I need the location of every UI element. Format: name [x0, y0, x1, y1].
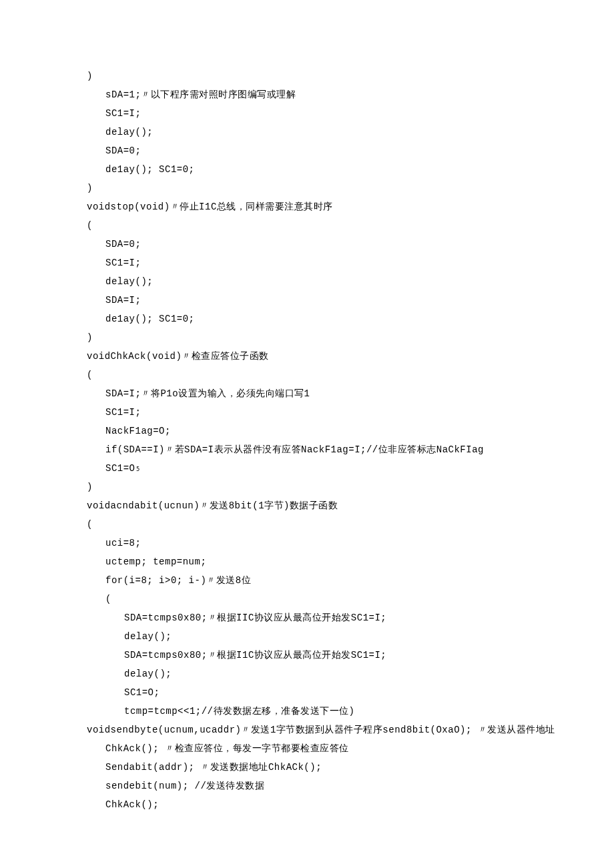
code-line: sDA=1;〃以下程序需对照时序图编写或理解: [87, 85, 527, 104]
code-line: uci=8;: [87, 534, 527, 552]
code-document: ) sDA=1;〃以下程序需对照时序图编写或理解 SC1=I; delay();…: [0, 0, 614, 868]
code-line: Sendabit(addr); 〃发送数据地址ChkACk();: [87, 758, 527, 777]
code-line: SC1=O₅: [87, 459, 527, 478]
code-line: de1ay(); SC1=0;: [87, 160, 527, 179]
code-line: delay();: [87, 665, 527, 683]
code-line: voidsendbyte(ucnum,ucaddr)〃发送1字节数据到从器件子程…: [87, 721, 527, 739]
code-line: SDA=0;: [87, 141, 527, 160]
code-line: ChkAck();: [87, 795, 527, 814]
code-line: (: [87, 590, 527, 608]
code-line: SC1=O;: [87, 683, 527, 702]
code-line: voidChkAck(void)〃检查应答位子函数: [87, 347, 527, 366]
code-line: SDA=tcmps0x80;〃根据IIC协议应从最高位开始发SC1=I;: [87, 608, 527, 627]
code-line: uctemp; temp=num;: [87, 552, 527, 571]
code-line: de1ay(); SC1=0;: [87, 310, 527, 328]
code-line: ): [87, 478, 527, 496]
code-line: delay();: [87, 123, 527, 141]
code-line: ): [87, 67, 527, 85]
code-line: voidstop(void)〃停止I1C总线，同样需要注意其时序: [87, 197, 527, 216]
code-line: (: [87, 216, 527, 235]
code-line: ChkAck(); 〃检查应答位，每发一字节都要检查应答位: [87, 739, 527, 758]
code-line: tcmp=tcmp<<1;//待发数据左移，准备发送下一位): [87, 702, 527, 721]
code-line: voidacndabit(ucnun)〃发送8bit(1字节)数据子函数: [87, 496, 527, 515]
code-line: ): [87, 179, 527, 197]
code-line: SC1=I;: [87, 403, 527, 422]
code-line: delay();: [87, 627, 527, 646]
code-line: SDA=I;: [87, 291, 527, 310]
code-line: SC1=I;: [87, 254, 527, 272]
code-line: SC1=I;: [87, 104, 527, 123]
code-line: if(SDA==I)〃若SDA=I表示从器件没有应答NackF1ag=I;//位…: [87, 440, 527, 459]
code-block: ) sDA=1;〃以下程序需对照时序图编写或理解 SC1=I; delay();…: [87, 67, 527, 814]
code-line: delay();: [87, 272, 527, 291]
code-line: sendebit(num); //发送待发数据: [87, 777, 527, 795]
code-line: SDA=0;: [87, 235, 527, 254]
code-line: NackF1ag=O;: [87, 422, 527, 440]
code-line: (: [87, 366, 527, 384]
code-line: for(i=8; i>0; i-)〃发送8位: [87, 571, 527, 590]
code-line: SDA=tcmps0x80;〃根据I1C协议应从最高位开始发SC1=I;: [87, 646, 527, 665]
code-line: SDA=I;〃将P1o设置为输入，必须先向端口写1: [87, 384, 527, 403]
code-line: (: [87, 515, 527, 534]
code-line: ): [87, 328, 527, 347]
